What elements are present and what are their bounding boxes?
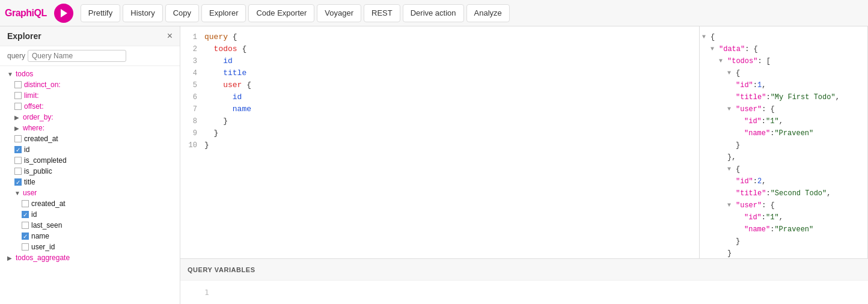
tree-todos[interactable]: ▼ todos — [0, 68, 180, 79]
checkbox-checked-icon[interactable]: ✓ — [14, 178, 22, 186]
voyager-button[interactable]: Voyager — [317, 4, 361, 22]
field-label: user_id — [31, 243, 55, 251]
code-line-2: 2 todos { — [180, 43, 699, 55]
checkbox-icon[interactable] — [14, 135, 22, 142]
field-label: todos — [16, 70, 33, 78]
checkbox-icon[interactable] — [14, 81, 22, 88]
tree-user[interactable]: ▼ user — [0, 187, 180, 198]
result-line: "id": 2, — [702, 175, 865, 187]
checkbox-icon[interactable] — [22, 200, 29, 207]
collapse-icon[interactable]: ▼ — [727, 67, 736, 79]
checkbox-icon[interactable] — [14, 103, 22, 110]
editor-main: 1 query { 2 todos { 3 id 4 title 5 — [180, 26, 868, 258]
tree-user-user-id[interactable]: user_id — [0, 242, 180, 252]
tree-is-completed[interactable]: is_completed — [0, 155, 180, 166]
tree-title[interactable]: ✓ title — [0, 177, 180, 187]
tree-distinct-on[interactable]: distinct_on: — [0, 79, 180, 90]
result-line: ▼"todos": [ — [702, 55, 865, 67]
code-line-10: 10 } — [180, 139, 699, 151]
checkbox-checked-icon[interactable]: ✓ — [14, 146, 22, 153]
query-label: query — [7, 52, 25, 60]
toolbar: GraphiQL Prettify History Copy Explorer … — [0, 0, 868, 26]
checkbox-checked-icon[interactable]: ✓ — [22, 233, 29, 240]
result-line: "name": "Praveen" — [702, 223, 865, 236]
explorer-button[interactable]: Explorer — [201, 4, 246, 22]
code-line-6: 6 id — [180, 91, 699, 103]
collapse-icon[interactable]: ▼ — [719, 55, 727, 67]
result-line: } — [702, 139, 865, 151]
line-number: 10 — [180, 139, 204, 151]
field-label: id — [24, 145, 29, 154]
field-label: todos_aggregate — [16, 254, 70, 262]
collapse-icon[interactable]: ▼ — [727, 163, 736, 175]
checkbox-icon[interactable] — [14, 92, 22, 99]
variables-line-number: 1 — [204, 288, 209, 297]
close-explorer-button[interactable]: × — [167, 31, 173, 41]
tree-created-at[interactable]: created_at — [0, 133, 180, 144]
tree-user-id[interactable]: ✓ id — [0, 209, 180, 220]
collapse-icon[interactable]: ▼ — [711, 43, 719, 55]
tree-user-created-at[interactable]: created_at — [0, 198, 180, 209]
checkbox-icon[interactable] — [14, 157, 22, 164]
tree-where[interactable]: ▶ where: — [0, 123, 180, 133]
copy-button[interactable]: Copy — [165, 4, 199, 22]
line-content: } — [204, 139, 209, 151]
arrow-icon: ▶ — [14, 114, 20, 121]
prettify-button[interactable]: Prettify — [81, 4, 120, 22]
result-line: ▼{ — [702, 67, 865, 79]
history-button[interactable]: History — [123, 4, 162, 22]
code-line-4: 4 title — [180, 67, 699, 79]
code-exporter-button[interactable]: Code Exporter — [248, 4, 314, 22]
code-line-5: 5 user { — [180, 79, 699, 91]
tree-limit[interactable]: limit: — [0, 90, 180, 101]
editor-area: 1 query { 2 todos { 3 id 4 title 5 — [180, 26, 868, 304]
tree-user-name[interactable]: ✓ name — [0, 231, 180, 242]
tree-user-last-seen[interactable]: last_seen — [0, 220, 180, 231]
rest-button[interactable]: REST — [364, 4, 400, 22]
code-editor[interactable]: 1 query { 2 todos { 3 id 4 title 5 — [180, 26, 699, 258]
code-line-8: 8 } — [180, 115, 699, 127]
line-number: 7 — [180, 103, 204, 115]
result-line: "title": "Second Todo", — [702, 187, 865, 199]
result-line: }, — [702, 151, 865, 163]
tree-offset[interactable]: offset: — [0, 101, 180, 112]
graphiql-logo: GraphiQL — [5, 8, 47, 19]
line-content: } — [204, 115, 228, 127]
checkbox-icon[interactable] — [22, 222, 29, 229]
checkbox-icon[interactable] — [22, 243, 29, 251]
explorer-panel: Explorer × query ▼ todos distinct_on: li… — [0, 26, 180, 304]
run-button[interactable] — [54, 4, 73, 23]
collapse-icon[interactable]: ▼ — [727, 103, 736, 115]
arrow-icon: ▼ — [7, 71, 13, 78]
field-label: offset: — [24, 102, 43, 111]
field-label: limit: — [24, 91, 39, 100]
explorer-header: Explorer × — [0, 26, 180, 46]
query-name-row: query — [0, 46, 180, 66]
result-line: "name": "Praveen" — [702, 127, 865, 139]
query-variables-input-area: 1 — [180, 280, 868, 304]
collapse-icon[interactable]: ▼ — [702, 31, 711, 43]
analyze-button[interactable]: Analyze — [466, 4, 510, 22]
result-line: "id": "1", — [702, 211, 865, 223]
derive-action-button[interactable]: Derive action — [403, 4, 464, 22]
result-line: } — [702, 236, 865, 248]
line-content: query { — [204, 31, 237, 43]
main-area: Explorer × query ▼ todos distinct_on: li… — [0, 26, 868, 304]
collapse-icon[interactable]: ▼ — [727, 199, 736, 211]
checkbox-icon[interactable] — [14, 168, 22, 175]
checkbox-checked-icon[interactable]: ✓ — [22, 211, 29, 218]
tree-order-by[interactable]: ▶ order_by: — [0, 112, 180, 123]
field-label: is_completed — [24, 156, 67, 165]
result-line: ▼"data": { — [702, 43, 865, 55]
tree-todos-aggregate[interactable]: ▶ todos_aggregate — [0, 252, 180, 263]
result-line: "id": 1, — [702, 79, 865, 91]
tree-is-public[interactable]: is_public — [0, 166, 180, 177]
result-line: ▼{ — [702, 163, 865, 175]
query-name-input[interactable] — [28, 50, 126, 62]
query-variables-bar[interactable]: QUERY VARIABLES — [180, 258, 868, 280]
tree-id[interactable]: ✓ id — [0, 144, 180, 155]
line-number: 4 — [180, 67, 204, 79]
line-number: 5 — [180, 79, 204, 91]
result-line: ▼"user": { — [702, 103, 865, 115]
field-label: distinct_on: — [24, 81, 61, 89]
